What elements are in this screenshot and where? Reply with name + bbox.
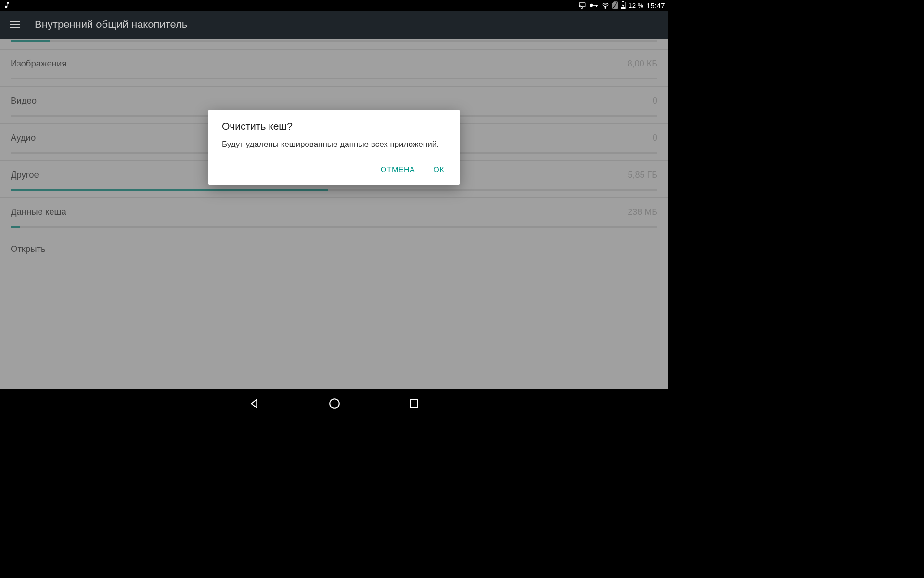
menu-icon[interactable] — [10, 21, 20, 28]
cancel-button[interactable]: ОТМЕНА — [379, 163, 417, 177]
recents-button[interactable] — [408, 398, 420, 409]
svg-point-1 — [590, 4, 593, 7]
navigation-bar — [0, 389, 668, 418]
dialog-body: Будут удалены кешированные данные всех п… — [222, 139, 446, 150]
svg-rect-3 — [596, 5, 597, 7]
svg-point-4 — [605, 7, 606, 8]
home-button[interactable] — [328, 397, 341, 410]
back-button[interactable] — [248, 397, 261, 410]
app-bar: Внутренний общий накопитель — [0, 11, 668, 39]
svg-point-10 — [330, 399, 339, 408]
svg-rect-0 — [579, 3, 585, 7]
wifi-icon — [602, 2, 609, 9]
battery-charging-icon — [621, 1, 626, 9]
dialog-actions: ОТМЕНА ОК — [222, 163, 446, 180]
music-note-icon — [3, 1, 11, 9]
status-bar: 12 % 15:47 — [0, 0, 668, 11]
dialog-scrim[interactable] — [0, 39, 668, 389]
clear-cache-dialog: Очистить кеш? Будут удалены кешированные… — [208, 110, 460, 185]
no-sim-icon — [612, 1, 618, 9]
cast-icon — [578, 2, 586, 9]
vpn-key-icon — [589, 2, 599, 8]
status-right: 12 % 15:47 — [578, 1, 665, 10]
clock: 15:47 — [646, 1, 665, 10]
svg-rect-8 — [621, 7, 626, 9]
dialog-title: Очистить кеш? — [222, 120, 446, 132]
svg-rect-7 — [622, 1, 624, 2]
page-title: Внутренний общий накопитель — [35, 18, 187, 31]
svg-rect-11 — [410, 400, 418, 407]
battery-percent: 12 % — [629, 2, 643, 9]
storage-content: Изображения8,00 КБВидео0Аудио0Другое5,85… — [0, 39, 668, 389]
ok-button[interactable]: ОК — [431, 163, 446, 177]
svg-rect-2 — [593, 5, 598, 6]
